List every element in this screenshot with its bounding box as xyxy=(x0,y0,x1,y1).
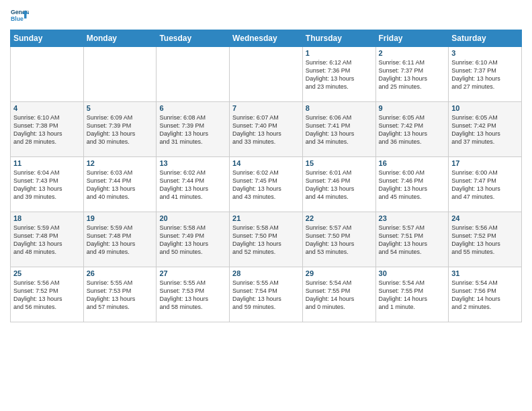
day-number: 19 xyxy=(87,214,154,222)
calendar-body: 1Sunrise: 6:12 AMSunset: 7:36 PMDaylight… xyxy=(11,47,522,322)
day-number: 25 xyxy=(13,269,81,277)
day-cell: 27Sunrise: 5:55 AMSunset: 7:53 PMDayligh… xyxy=(157,267,230,322)
day-cell: 12Sunrise: 6:03 AMSunset: 7:44 PMDayligh… xyxy=(83,157,157,212)
day-cell: 16Sunrise: 6:00 AMSunset: 7:46 PMDayligh… xyxy=(375,157,449,212)
day-number: 4 xyxy=(13,104,81,112)
day-info: Sunrise: 6:11 AMSunset: 7:37 PMDaylight:… xyxy=(379,58,446,91)
day-cell: 11Sunrise: 6:04 AMSunset: 7:43 PMDayligh… xyxy=(11,157,84,212)
day-number: 6 xyxy=(159,104,226,112)
week-row-1: 1Sunrise: 6:12 AMSunset: 7:36 PMDaylight… xyxy=(11,47,522,102)
day-info: Sunrise: 6:02 AMSunset: 7:44 PMDaylight:… xyxy=(159,169,226,201)
day-info: Sunrise: 6:02 AMSunset: 7:45 PMDaylight:… xyxy=(232,169,300,201)
weekday-header-wednesday: Wednesday xyxy=(230,30,303,47)
day-number: 5 xyxy=(87,104,154,112)
week-row-2: 4Sunrise: 6:10 AMSunset: 7:38 PMDaylight… xyxy=(11,102,522,157)
day-info: Sunrise: 6:05 AMSunset: 7:42 PMDaylight:… xyxy=(379,113,446,146)
weekday-header-monday: Monday xyxy=(83,30,157,47)
svg-text:Blue: Blue xyxy=(11,15,24,22)
day-cell: 25Sunrise: 5:56 AMSunset: 7:52 PMDayligh… xyxy=(11,267,84,322)
day-number: 11 xyxy=(13,159,81,167)
day-cell xyxy=(230,47,303,102)
day-number: 18 xyxy=(13,214,81,222)
day-number: 1 xyxy=(306,49,373,57)
day-info: Sunrise: 5:55 AMSunset: 7:54 PMDaylight:… xyxy=(232,279,300,312)
day-cell: 5Sunrise: 6:09 AMSunset: 7:39 PMDaylight… xyxy=(83,102,157,157)
day-cell: 23Sunrise: 5:57 AMSunset: 7:51 PMDayligh… xyxy=(375,212,449,267)
day-info: Sunrise: 5:56 AMSunset: 7:52 PMDaylight:… xyxy=(13,279,81,312)
day-cell: 28Sunrise: 5:55 AMSunset: 7:54 PMDayligh… xyxy=(230,267,303,322)
calendar: SundayMondayTuesdayWednesdayThursdayFrid… xyxy=(10,30,522,322)
logo-icon: General Blue xyxy=(10,7,29,26)
day-cell: 20Sunrise: 5:58 AMSunset: 7:49 PMDayligh… xyxy=(157,212,230,267)
day-info: Sunrise: 5:59 AMSunset: 7:48 PMDaylight:… xyxy=(13,224,81,257)
day-cell: 13Sunrise: 6:02 AMSunset: 7:44 PMDayligh… xyxy=(157,157,230,212)
day-info: Sunrise: 6:05 AMSunset: 7:42 PMDaylight:… xyxy=(451,113,519,146)
day-number: 26 xyxy=(87,269,154,277)
day-number: 14 xyxy=(232,159,300,167)
logo: General Blue xyxy=(10,7,29,26)
weekday-header-thursday: Thursday xyxy=(302,30,375,47)
day-number: 2 xyxy=(379,49,446,57)
day-number: 9 xyxy=(379,104,446,112)
day-cell: 26Sunrise: 5:55 AMSunset: 7:53 PMDayligh… xyxy=(83,267,157,322)
day-number: 31 xyxy=(451,269,519,277)
week-row-3: 11Sunrise: 6:04 AMSunset: 7:43 PMDayligh… xyxy=(11,157,522,212)
day-number: 16 xyxy=(379,159,446,167)
day-info: Sunrise: 6:01 AMSunset: 7:46 PMDaylight:… xyxy=(306,169,373,201)
day-cell: 18Sunrise: 5:59 AMSunset: 7:48 PMDayligh… xyxy=(11,212,84,267)
weekday-row: SundayMondayTuesdayWednesdayThursdayFrid… xyxy=(11,30,522,47)
day-info: Sunrise: 5:58 AMSunset: 7:50 PMDaylight:… xyxy=(232,224,300,257)
header: General Blue xyxy=(10,7,522,26)
day-cell: 10Sunrise: 6:05 AMSunset: 7:42 PMDayligh… xyxy=(449,102,522,157)
day-info: Sunrise: 6:12 AMSunset: 7:36 PMDaylight:… xyxy=(306,58,373,91)
day-cell: 21Sunrise: 5:58 AMSunset: 7:50 PMDayligh… xyxy=(230,212,303,267)
day-number: 12 xyxy=(87,159,154,167)
day-cell: 31Sunrise: 5:54 AMSunset: 7:56 PMDayligh… xyxy=(449,267,522,322)
day-info: Sunrise: 6:09 AMSunset: 7:39 PMDaylight:… xyxy=(87,113,154,146)
calendar-header: SundayMondayTuesdayWednesdayThursdayFrid… xyxy=(11,30,522,47)
day-cell: 8Sunrise: 6:06 AMSunset: 7:41 PMDaylight… xyxy=(302,102,375,157)
day-number: 28 xyxy=(232,269,300,277)
day-cell: 19Sunrise: 5:59 AMSunset: 7:48 PMDayligh… xyxy=(83,212,157,267)
day-info: Sunrise: 5:55 AMSunset: 7:53 PMDaylight:… xyxy=(159,279,226,312)
day-number: 10 xyxy=(451,104,519,112)
day-number: 24 xyxy=(451,214,519,222)
day-cell xyxy=(157,47,230,102)
day-cell: 2Sunrise: 6:11 AMSunset: 7:37 PMDaylight… xyxy=(375,47,449,102)
day-cell: 14Sunrise: 6:02 AMSunset: 7:45 PMDayligh… xyxy=(230,157,303,212)
day-number: 29 xyxy=(306,269,373,277)
page: General Blue SundayMondayTuesdayWednesda… xyxy=(0,0,532,411)
day-info: Sunrise: 6:07 AMSunset: 7:40 PMDaylight:… xyxy=(232,113,300,146)
day-cell: 4Sunrise: 6:10 AMSunset: 7:38 PMDaylight… xyxy=(11,102,84,157)
day-cell: 29Sunrise: 5:54 AMSunset: 7:55 PMDayligh… xyxy=(302,267,375,322)
day-number: 21 xyxy=(232,214,300,222)
day-cell: 7Sunrise: 6:07 AMSunset: 7:40 PMDaylight… xyxy=(230,102,303,157)
weekday-header-sunday: Sunday xyxy=(11,30,84,47)
day-info: Sunrise: 5:56 AMSunset: 7:52 PMDaylight:… xyxy=(451,224,519,257)
day-cell: 3Sunrise: 6:10 AMSunset: 7:37 PMDaylight… xyxy=(449,47,522,102)
day-info: Sunrise: 5:54 AMSunset: 7:55 PMDaylight:… xyxy=(379,279,446,312)
day-number: 23 xyxy=(379,214,446,222)
day-info: Sunrise: 5:57 AMSunset: 7:51 PMDaylight:… xyxy=(379,224,446,257)
day-info: Sunrise: 6:08 AMSunset: 7:39 PMDaylight:… xyxy=(159,113,226,146)
day-number: 20 xyxy=(159,214,226,222)
day-info: Sunrise: 5:55 AMSunset: 7:53 PMDaylight:… xyxy=(87,279,154,312)
day-cell: 9Sunrise: 6:05 AMSunset: 7:42 PMDaylight… xyxy=(375,102,449,157)
day-number: 7 xyxy=(232,104,300,112)
day-number: 8 xyxy=(306,104,373,112)
day-cell: 6Sunrise: 6:08 AMSunset: 7:39 PMDaylight… xyxy=(157,102,230,157)
day-number: 15 xyxy=(306,159,373,167)
week-row-5: 25Sunrise: 5:56 AMSunset: 7:52 PMDayligh… xyxy=(11,267,522,322)
day-cell: 17Sunrise: 6:00 AMSunset: 7:47 PMDayligh… xyxy=(449,157,522,212)
day-info: Sunrise: 6:10 AMSunset: 7:37 PMDaylight:… xyxy=(451,58,519,91)
weekday-header-friday: Friday xyxy=(375,30,449,47)
day-cell xyxy=(83,47,157,102)
day-cell: 1Sunrise: 6:12 AMSunset: 7:36 PMDaylight… xyxy=(302,47,375,102)
day-number: 3 xyxy=(451,49,519,57)
day-info: Sunrise: 5:58 AMSunset: 7:49 PMDaylight:… xyxy=(159,224,226,257)
day-number: 17 xyxy=(451,159,519,167)
day-cell: 22Sunrise: 5:57 AMSunset: 7:50 PMDayligh… xyxy=(302,212,375,267)
day-info: Sunrise: 6:10 AMSunset: 7:38 PMDaylight:… xyxy=(13,113,81,146)
day-info: Sunrise: 5:54 AMSunset: 7:55 PMDaylight:… xyxy=(306,279,373,312)
day-cell: 30Sunrise: 5:54 AMSunset: 7:55 PMDayligh… xyxy=(375,267,449,322)
